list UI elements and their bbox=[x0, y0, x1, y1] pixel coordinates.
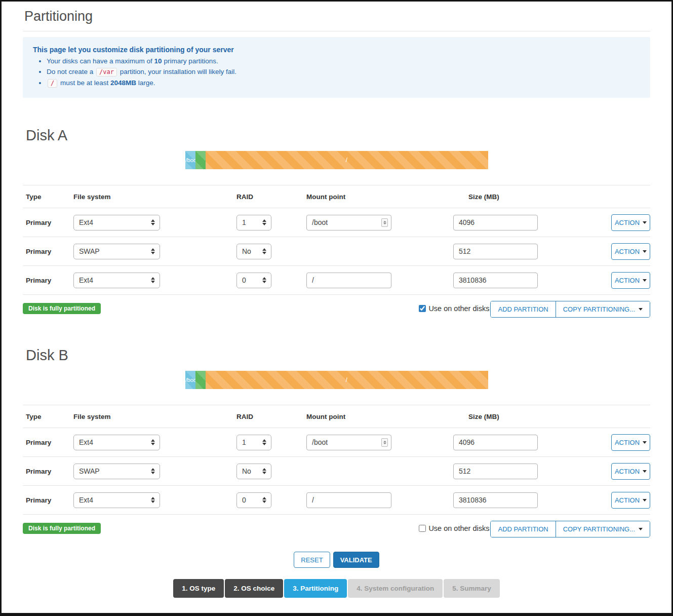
filesystem-select-value: Ext4 bbox=[79, 218, 93, 226]
filesystem-select-value: SWAP bbox=[79, 247, 100, 255]
raid-select-value: 0 bbox=[242, 496, 246, 504]
disk-a-partition-bar: /boot / bbox=[185, 151, 488, 169]
fully-partitioned-badge: Disk is fully partitioned bbox=[23, 303, 101, 314]
action-button[interactable]: ACTION bbox=[611, 272, 650, 289]
partition-type-label: Primary bbox=[26, 248, 51, 255]
partition-row-swap: Primary SWAP No ACTION bbox=[23, 237, 650, 266]
partition-segment-swap bbox=[195, 371, 206, 389]
select-arrows-icon bbox=[151, 439, 155, 445]
raid-select-value: No bbox=[242, 247, 251, 255]
root-code-chip: / bbox=[48, 79, 57, 88]
table-header-row: Type File system RAID Mount point Size (… bbox=[23, 185, 650, 208]
use-on-other-disks-label[interactable]: Use on other disks bbox=[428, 524, 489, 532]
use-on-other-disks-label[interactable]: Use on other disks bbox=[428, 304, 489, 313]
mount-point-input[interactable] bbox=[306, 215, 391, 230]
mount-point-stepper-icon[interactable] bbox=[381, 438, 388, 447]
size-input[interactable] bbox=[453, 244, 538, 259]
action-button[interactable]: ACTION bbox=[611, 243, 650, 260]
disk-a-partition-table: Type File system RAID Mount point Size (… bbox=[23, 185, 650, 295]
step-partitioning[interactable]: 3. Partitioning bbox=[284, 579, 347, 598]
col-header-mount-point: Mount point bbox=[306, 413, 453, 420]
select-arrows-icon bbox=[262, 468, 266, 474]
caret-down-icon bbox=[639, 308, 643, 311]
select-arrows-icon bbox=[262, 248, 266, 254]
size-input[interactable] bbox=[453, 273, 538, 288]
disk-b-partition-bar: /boot / bbox=[185, 371, 488, 389]
size-input[interactable] bbox=[453, 215, 538, 230]
partition-type-label: Primary bbox=[26, 439, 51, 446]
select-arrows-icon bbox=[262, 219, 266, 225]
raid-select[interactable]: 1 bbox=[236, 435, 271, 450]
caret-down-icon bbox=[643, 221, 647, 224]
size-input[interactable] bbox=[453, 435, 538, 450]
raid-select-value: 0 bbox=[242, 276, 246, 284]
partition-segment-swap bbox=[195, 151, 206, 169]
filesystem-select[interactable]: SWAP bbox=[73, 464, 160, 479]
use-on-other-disks-control: Use on other disks bbox=[419, 524, 489, 532]
fully-partitioned-badge: Disk is fully partitioned bbox=[23, 523, 101, 534]
filesystem-select[interactable]: Ext4 bbox=[73, 273, 160, 288]
col-header-filesystem: File system bbox=[73, 193, 236, 201]
use-on-other-disks-checkbox[interactable] bbox=[419, 305, 426, 312]
filesystem-select[interactable]: SWAP bbox=[73, 244, 160, 259]
partition-row-root: Primary Ext4 0 ACTION bbox=[23, 266, 650, 295]
disk-b-section: Disk B /boot / Type File system RAID Mou… bbox=[23, 347, 650, 537]
mount-point-input[interactable] bbox=[306, 273, 391, 288]
select-arrows-icon bbox=[151, 248, 155, 254]
action-button[interactable]: ACTION bbox=[611, 434, 650, 451]
size-input[interactable] bbox=[453, 492, 538, 508]
action-button[interactable]: ACTION bbox=[611, 214, 650, 231]
table-header-row: Type File system RAID Mount point Size (… bbox=[23, 405, 650, 428]
info-bullet-var-warning: Do not create a /var partition, your ins… bbox=[47, 68, 640, 76]
partition-segment-root: / bbox=[206, 371, 488, 389]
mount-point-input[interactable] bbox=[306, 492, 391, 508]
form-actions: RESET VALIDATE bbox=[23, 552, 650, 568]
step-system-configuration: 4. System configuration bbox=[348, 579, 443, 598]
filesystem-select[interactable]: Ext4 bbox=[73, 435, 160, 450]
raid-select[interactable]: 0 bbox=[236, 492, 271, 508]
filesystem-select[interactable]: Ext4 bbox=[73, 215, 160, 230]
validate-button[interactable]: VALIDATE bbox=[333, 552, 379, 568]
disk-a-section: Disk A /boot / Type File system RAID Mou… bbox=[23, 127, 650, 318]
size-input[interactable] bbox=[453, 464, 538, 479]
filesystem-select[interactable]: Ext4 bbox=[73, 492, 160, 508]
caret-down-icon bbox=[639, 528, 643, 530]
wizard-steps: 1. OS type 2. OS choice 3. Partitioning … bbox=[23, 579, 650, 598]
select-arrows-icon bbox=[262, 277, 266, 283]
title-divider bbox=[23, 31, 650, 31]
col-header-type: Type bbox=[23, 413, 73, 420]
partition-row-boot: Primary Ext4 1 bbox=[23, 208, 650, 237]
raid-select[interactable]: No bbox=[236, 244, 271, 259]
select-arrows-icon bbox=[151, 277, 155, 283]
use-on-other-disks-checkbox[interactable] bbox=[419, 525, 426, 532]
add-partition-button[interactable]: ADD PARTITION bbox=[491, 521, 555, 537]
action-button[interactable]: ACTION bbox=[611, 492, 650, 509]
info-bullet-list: Your disks can have a maximum of 10 prim… bbox=[47, 57, 640, 88]
partition-type-label: Primary bbox=[26, 496, 51, 504]
raid-select-value: 1 bbox=[242, 438, 246, 446]
mount-point-input[interactable] bbox=[306, 435, 391, 450]
action-button[interactable]: ACTION bbox=[611, 463, 650, 480]
copy-partitioning-button[interactable]: COPY PARTITIONING... bbox=[556, 521, 650, 537]
mount-point-stepper-icon[interactable] bbox=[381, 218, 388, 227]
raid-select[interactable]: No bbox=[236, 464, 271, 479]
add-partition-button[interactable]: ADD PARTITION bbox=[491, 301, 555, 317]
caret-down-icon bbox=[643, 250, 647, 253]
info-panel: This page let you customize disk partiti… bbox=[23, 37, 650, 98]
partition-segment-boot: /boot bbox=[185, 151, 195, 169]
reset-button[interactable]: RESET bbox=[294, 552, 330, 568]
select-arrows-icon bbox=[151, 468, 155, 474]
step-os-choice[interactable]: 2. OS choice bbox=[225, 579, 283, 598]
raid-select-value: 1 bbox=[242, 218, 246, 226]
info-heading: This page let you customize disk partiti… bbox=[33, 46, 640, 54]
copy-partitioning-button[interactable]: COPY PARTITIONING... bbox=[556, 301, 650, 317]
raid-select[interactable]: 1 bbox=[236, 215, 271, 230]
step-os-type[interactable]: 1. OS type bbox=[173, 579, 224, 598]
col-header-type: Type bbox=[23, 193, 73, 201]
caret-down-icon bbox=[643, 499, 647, 502]
caret-down-icon bbox=[643, 470, 647, 473]
col-header-size: Size (MB) bbox=[453, 193, 572, 201]
raid-select[interactable]: 0 bbox=[236, 273, 271, 288]
filesystem-select-value: Ext4 bbox=[79, 276, 93, 284]
col-header-raid: RAID bbox=[236, 193, 306, 201]
